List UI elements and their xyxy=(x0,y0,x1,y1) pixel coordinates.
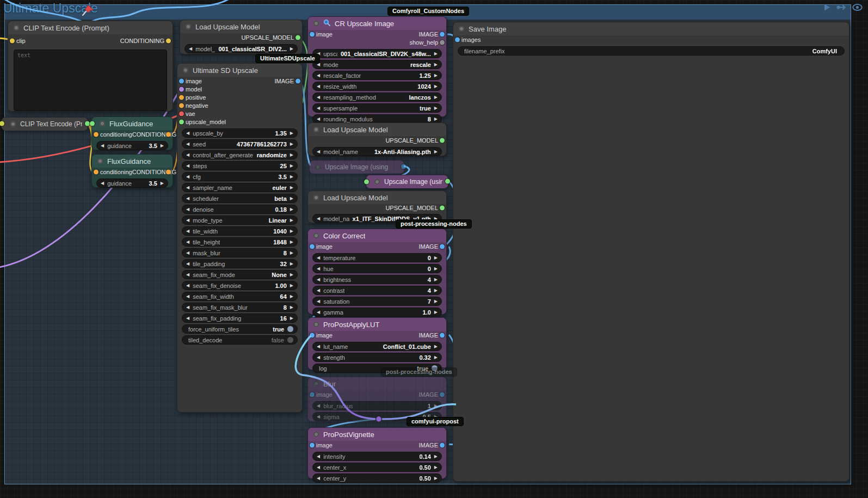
collapsed-link-port[interactable] xyxy=(92,121,95,126)
decrement-arrow-icon[interactable]: ◀ xyxy=(317,267,320,271)
node-fluxguidance-2[interactable]: FluxGuidance conditioning CONDITIONING ◀… xyxy=(91,154,173,188)
collapse-dot-icon[interactable] xyxy=(313,21,319,26)
collapse-dot-icon[interactable] xyxy=(315,164,321,170)
decrement-arrow-icon[interactable]: ◀ xyxy=(186,262,189,266)
decrement-arrow-icon[interactable]: ◀ xyxy=(101,181,104,186)
decrement-arrow-icon[interactable]: ◀ xyxy=(186,218,189,223)
increment-arrow-icon[interactable]: ▶ xyxy=(434,345,438,349)
decrement-arrow-icon[interactable]: ◀ xyxy=(317,465,320,470)
decrement-arrow-icon[interactable]: ◀ xyxy=(186,142,189,146)
widget-seed[interactable]: ◀seed473677861262773▶ xyxy=(182,139,298,149)
widget-upscale_model[interactable]: ◀upscale_model001_classicalSR_DIV2K_s48w… xyxy=(312,49,442,58)
increment-arrow-icon[interactable]: ▶ xyxy=(290,305,293,310)
widget-strength[interactable]: ◀strength0.32▶ xyxy=(312,353,442,362)
collapse-dot-icon[interactable] xyxy=(10,121,16,127)
node-save-image[interactable]: Save Image images filename_prefixComfyUI xyxy=(453,22,849,482)
output-port-conditioning[interactable] xyxy=(166,132,171,137)
widget-blur_radius[interactable]: ◀blur_radius1▶ xyxy=(312,401,442,410)
input-port-conditioning[interactable] xyxy=(94,132,99,137)
decrement-arrow-icon[interactable]: ◀ xyxy=(317,95,320,100)
widget-guidance[interactable]: ◀guidance3.5▶ xyxy=(96,141,168,150)
widget-supersample[interactable]: ◀supersampletrue▶ xyxy=(312,103,442,113)
increment-arrow-icon[interactable]: ▶ xyxy=(434,106,438,110)
increment-arrow-icon[interactable]: ▶ xyxy=(290,316,293,321)
decrement-arrow-icon[interactable]: ◀ xyxy=(186,273,189,277)
input-port-clip[interactable] xyxy=(10,39,15,44)
decrement-arrow-icon[interactable]: ◀ xyxy=(317,106,320,110)
increment-arrow-icon[interactable]: ▶ xyxy=(434,454,438,459)
decrement-arrow-icon[interactable]: ◀ xyxy=(317,117,320,121)
node-cr-upscale-image[interactable]: CR Upscale Image image IMAGE show_help ◀… xyxy=(307,16,447,117)
input-port-images[interactable] xyxy=(455,37,460,42)
increment-arrow-icon[interactable]: ▶ xyxy=(290,229,293,233)
increment-arrow-icon[interactable]: ▶ xyxy=(434,278,438,282)
widget-denoise[interactable]: ◀denoise0.18▶ xyxy=(182,205,298,214)
widget-model_name[interactable]: ◀model_name001_classicalSR_DIV2...▶ xyxy=(184,44,298,53)
input-port-image[interactable] xyxy=(310,392,315,397)
increment-arrow-icon[interactable]: ▶ xyxy=(434,256,438,260)
collapse-dot-icon[interactable] xyxy=(374,179,380,185)
decrement-arrow-icon[interactable]: ◀ xyxy=(186,294,189,299)
output-port-image[interactable] xyxy=(440,392,445,397)
widget-lut_name[interactable]: ◀lut_nameConflict_01.cube▶ xyxy=(312,342,442,351)
widget-mode[interactable]: ◀moderescale▶ xyxy=(312,60,442,69)
prompt-textarea[interactable] xyxy=(14,50,167,111)
collapsed-output-port[interactable] xyxy=(445,179,448,184)
widget-sampler_name[interactable]: ◀sampler_nameeuler▶ xyxy=(182,183,298,192)
widget-mask_blur[interactable]: ◀mask_blur8▶ xyxy=(182,248,298,257)
decrement-arrow-icon[interactable]: ◀ xyxy=(186,164,189,168)
node-load-upscale-model-2[interactable]: Load Upscale Model UPSCALE_MODEL ◀model_… xyxy=(307,122,447,156)
widget-force_uniform_tiles[interactable]: force_uniform_tilestrue xyxy=(182,324,298,334)
widget-control_after_generate[interactable]: ◀control_after_generaterandomize▶ xyxy=(182,150,298,159)
increment-arrow-icon[interactable]: ▶ xyxy=(290,186,293,190)
output-port-image[interactable] xyxy=(440,244,445,249)
node-blur-bypassed[interactable]: Blur image IMAGE ◀blur_radius1▶◀sigma0.5… xyxy=(307,377,447,422)
collapse-dot-icon[interactable] xyxy=(186,24,191,29)
decrement-arrow-icon[interactable]: ◀ xyxy=(317,476,320,481)
decrement-arrow-icon[interactable]: ◀ xyxy=(186,305,189,310)
collapse-dot-icon[interactable] xyxy=(313,381,319,386)
decrement-arrow-icon[interactable]: ◀ xyxy=(317,217,320,221)
input-port-image[interactable] xyxy=(179,78,184,83)
decrement-arrow-icon[interactable]: ◀ xyxy=(317,288,320,293)
widget-model_name[interactable]: ◀model_name1x-Anti-Aliasing.pth▶ xyxy=(312,147,442,156)
widget-intensity[interactable]: ◀intensity0.14▶ xyxy=(312,452,442,461)
increment-arrow-icon[interactable]: ▶ xyxy=(290,175,293,179)
increment-arrow-icon[interactable]: ▶ xyxy=(290,131,293,136)
output-port-upscale-model[interactable] xyxy=(296,35,300,40)
collapse-dot-icon[interactable] xyxy=(313,432,319,437)
increment-arrow-icon[interactable]: ▶ xyxy=(290,240,293,244)
increment-arrow-icon[interactable]: ▶ xyxy=(161,144,164,148)
decrement-arrow-icon[interactable]: ◀ xyxy=(317,256,320,260)
increment-arrow-icon[interactable]: ▶ xyxy=(290,207,293,212)
decrement-arrow-icon[interactable]: ◀ xyxy=(186,251,189,255)
run-group-play-icon[interactable] xyxy=(823,3,831,14)
widget-tiled_decode[interactable]: tiled_decodefalse xyxy=(182,335,298,345)
widget-saturation[interactable]: ◀saturation7▶ xyxy=(312,297,442,306)
increment-arrow-icon[interactable]: ▶ xyxy=(434,288,438,293)
collapse-dot-icon[interactable] xyxy=(100,121,105,126)
input-port-upscale-model[interactable] xyxy=(179,119,184,124)
widget-mode_type[interactable]: ◀mode_typeLinear▶ xyxy=(182,216,298,225)
widget-resize_width[interactable]: ◀resize_width1024▶ xyxy=(312,82,442,91)
widget-rescale_factor[interactable]: ◀rescale_factor1.25▶ xyxy=(312,71,442,80)
decrement-arrow-icon[interactable]: ◀ xyxy=(186,186,189,190)
collapsed-input-port[interactable] xyxy=(366,180,369,185)
widget-temperature[interactable]: ◀temperature0▶ xyxy=(312,253,442,262)
collapse-dot-icon[interactable] xyxy=(313,322,319,327)
node-color-correct[interactable]: Color Correct image IMAGE ◀temperature0▶… xyxy=(307,229,447,315)
output-port-image[interactable] xyxy=(296,78,300,83)
node-propost-apply-lut[interactable]: ProPostApplyLUT image IMAGE ◀lut_nameCon… xyxy=(307,317,447,370)
decrement-arrow-icon[interactable]: ◀ xyxy=(317,355,320,360)
node-load-upscale-model-1[interactable]: Load Upscale Model UPSCALE_MODEL ◀model_… xyxy=(180,20,303,54)
node-fluxguidance-1[interactable]: FluxGuidance conditioning CONDITIONING ◀… xyxy=(91,116,173,150)
output-port-upscale-model[interactable] xyxy=(440,138,445,143)
widget-guidance[interactable]: ◀guidance3.5▶ xyxy=(96,179,168,188)
decrement-arrow-icon[interactable]: ◀ xyxy=(189,47,192,51)
node-load-upscale-model-3[interactable]: Load Upscale Model UPSCALE_MODEL ◀model_… xyxy=(307,190,447,223)
collapsed-input-port[interactable] xyxy=(2,121,4,126)
toggle-knob[interactable] xyxy=(287,337,293,343)
widget-contrast[interactable]: ◀contrast4▶ xyxy=(312,286,442,295)
widget-seam_fix_width[interactable]: ◀seam_fix_width64▶ xyxy=(182,292,298,301)
widget-steps[interactable]: ◀steps25▶ xyxy=(182,161,298,170)
